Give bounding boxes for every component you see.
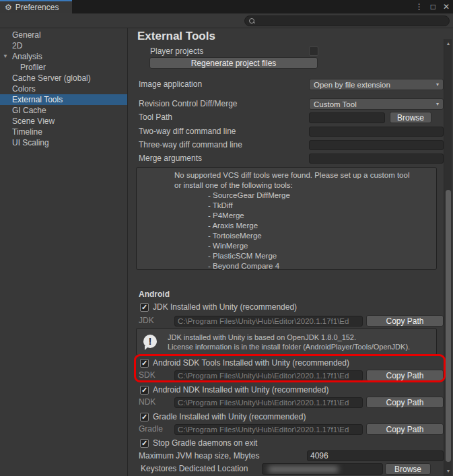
gear-icon: ⚙	[5, 3, 12, 11]
sidebar-item-analysis[interactable]: ▼ Analysis	[0, 51, 127, 62]
gradle-installed-label: Gradle Installed with Unity (recommended…	[153, 411, 306, 422]
gradle-installed-checkbox[interactable]	[140, 413, 149, 421]
image-application-label: Image application	[139, 79, 202, 90]
maximize-icon[interactable]: □	[431, 3, 435, 11]
gradle-copy-path-button[interactable]: Copy Path	[366, 423, 444, 435]
merge-arguments-label: Merge arguments	[139, 153, 202, 164]
merge-arguments-input[interactable]	[309, 154, 444, 164]
tab-preferences[interactable]: ⚙ Preferences	[0, 0, 72, 13]
revision-control-dropdown[interactable]: Custom Tool ▾	[309, 98, 444, 110]
player-projects-label: Player projects	[150, 46, 203, 57]
keystores-browse-button[interactable]: Browse	[385, 463, 431, 475]
scrollbar-thumb[interactable]	[446, 190, 451, 462]
toolbar	[0, 13, 453, 28]
vcs-tool-item: - Beyond Compare 4	[137, 261, 436, 271]
regenerate-project-files-button[interactable]: Regenerate project files	[149, 57, 318, 69]
vcs-tool-item: - SourceGear DiffMerge	[137, 191, 436, 201]
image-application-dropdown[interactable]: Open by file extension ▾	[309, 79, 444, 90]
revision-control-label: Revision Control Diff/Merge	[139, 98, 238, 109]
vcs-notice-line: No supported VCS diff tools were found. …	[137, 170, 436, 180]
image-application-value: Open by file extension	[314, 81, 390, 89]
sdk-path-input[interactable]: C:\Program Files\Unity\Hub\Editor\2020.1…	[174, 370, 363, 381]
sidebar-item-scene-view[interactable]: Scene View	[0, 116, 127, 127]
vcs-tool-item: - TortoiseMerge	[137, 231, 436, 241]
sidebar: General 2D ▼ Analysis Profiler Cache Ser…	[0, 28, 128, 476]
chevron-down-icon: ▾	[436, 81, 439, 88]
jdk-installed-checkbox[interactable]	[140, 303, 149, 312]
keystores-location-input[interactable]	[262, 463, 383, 475]
redacted-path-blur	[268, 467, 339, 472]
tab-label: Preferences	[15, 3, 59, 12]
tool-path-browse-button[interactable]: Browse	[390, 112, 431, 123]
sidebar-item-label: Analysis	[12, 52, 42, 61]
sidebar-item-colors[interactable]: Colors	[0, 83, 127, 94]
revision-control-value: Custom Tool	[314, 100, 357, 108]
vcs-tool-item: - PlasticSCM Merge	[137, 251, 436, 261]
jdk-installed-label: JDK Installed with Unity (recommended)	[153, 302, 297, 312]
scroll-up-icon[interactable]: ▲	[444, 40, 452, 48]
jdk-path-input[interactable]: C:\Program Files\Unity\Hub\Editor\2020.1…	[174, 316, 363, 327]
keystores-location-label: Keystores Dedicated Location	[141, 463, 248, 474]
ndk-copy-path-button[interactable]: Copy Path	[366, 397, 444, 408]
titlebar: ⚙ Preferences ⋮ □ ✕	[0, 0, 453, 13]
three-way-diff-label: Three-way diff command line	[139, 139, 242, 150]
jdk-copy-path-button[interactable]: Copy Path	[366, 315, 444, 327]
jdk-notice-line: License information is in the install fo…	[168, 342, 436, 351]
gradle-path-input[interactable]: C:\Program Files\Unity\Hub\Editor\2020.1…	[174, 424, 363, 435]
sdk-installed-label: Android SDK Tools Installed with Unity (…	[153, 358, 349, 368]
close-icon[interactable]: ✕	[443, 3, 450, 11]
external-tools-panel: External Tools Player projects Regenerat…	[129, 28, 453, 476]
jdk-notice-box: ! JDK installed with Unity is based on O…	[136, 328, 437, 355]
vertical-scrollbar[interactable]: ▲ ▼	[444, 39, 452, 476]
three-way-diff-input[interactable]	[309, 140, 444, 150]
player-projects-checkbox[interactable]	[309, 46, 318, 56]
jdk-field-label: JDK	[139, 315, 154, 326]
android-section-header: Android	[139, 289, 170, 300]
vcs-notice-box: No supported VCS diff tools were found. …	[136, 167, 437, 270]
vcs-tool-item: - TkDiff	[137, 201, 436, 211]
ndk-path-input[interactable]: C:\Program Files\Unity\Hub\Editor\2020.1…	[174, 397, 363, 408]
sdk-field-label: SDK	[139, 370, 155, 380]
preferences-window: ⚙ Preferences ⋮ □ ✕ General 2D ▼ Analysi…	[0, 0, 453, 476]
two-way-diff-label: Two-way diff command line	[139, 126, 236, 137]
vcs-tool-item: - P4Merge	[137, 211, 436, 221]
stop-gradle-label: Stop Gradle daemons on exit	[153, 438, 257, 448]
search-input[interactable]	[244, 15, 450, 26]
vcs-tool-item: - Araxis Merge	[137, 221, 436, 231]
info-icon: !	[143, 335, 157, 348]
sidebar-item-general[interactable]: General	[0, 30, 127, 40]
kebab-menu-icon[interactable]: ⋮	[415, 3, 423, 11]
foldout-arrow-icon[interactable]: ▼	[3, 51, 8, 62]
sidebar-item-external-tools[interactable]: External Tools	[0, 94, 127, 105]
vcs-tool-item: - WinMerge	[137, 241, 436, 251]
jdk-notice-line: JDK installed with Unity is based on Ope…	[168, 333, 436, 342]
sidebar-item-gi-cache[interactable]: GI Cache	[0, 105, 127, 116]
sidebar-item-cache-server[interactable]: Cache Server (global)	[0, 73, 127, 83]
sdk-installed-checkbox[interactable]	[140, 359, 149, 368]
sidebar-item-ui-scaling[interactable]: UI Scaling	[0, 137, 127, 148]
chevron-down-icon: ▾	[436, 101, 439, 107]
page-title: External Tools	[137, 30, 215, 43]
ndk-installed-label: Android NDK Installed with Unity (recomm…	[153, 384, 328, 395]
ndk-field-label: NDK	[139, 397, 155, 407]
scroll-down-icon[interactable]: ▼	[444, 467, 452, 475]
ndk-installed-checkbox[interactable]	[140, 386, 149, 395]
sidebar-item-profiler[interactable]: Profiler	[0, 62, 127, 73]
tool-path-label: Tool Path	[139, 112, 172, 123]
stop-gradle-checkbox[interactable]	[140, 439, 149, 448]
vcs-notice-line: or install one of the following tools:	[137, 180, 436, 191]
sidebar-item-2d[interactable]: 2D	[0, 40, 127, 51]
two-way-diff-input[interactable]	[309, 127, 444, 137]
jvm-heap-label: Maximum JVM heap size, Mbytes	[139, 450, 259, 461]
tool-path-input[interactable]	[309, 112, 385, 123]
sdk-copy-path-button[interactable]: Copy Path	[366, 370, 444, 381]
search-icon	[249, 18, 255, 24]
jvm-heap-input[interactable]: 4096	[307, 450, 444, 461]
sidebar-item-timeline[interactable]: Timeline	[0, 127, 127, 137]
gradle-field-label: Gradle	[139, 423, 163, 434]
